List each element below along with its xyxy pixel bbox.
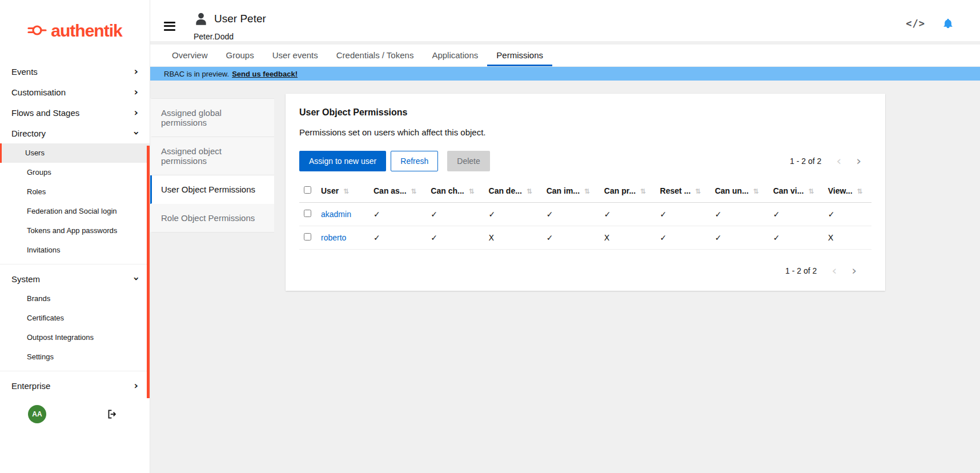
user-link[interactable]: roberto [321, 233, 346, 242]
hamburger-menu-icon[interactable] [164, 19, 175, 33]
assign-to-new-user-button[interactable]: Assign to new user [299, 151, 386, 171]
sidebar-item-outpost-integrations[interactable]: Outpost Integrations [0, 328, 150, 347]
column-header-label[interactable]: User [321, 186, 339, 195]
sidebar-section-customisation[interactable]: Customisation› [0, 82, 150, 102]
sort-icon[interactable]: ⇅ [584, 187, 590, 195]
sidebar-item-groups[interactable]: Groups [0, 163, 150, 182]
column-header-label[interactable]: Can pr... [604, 186, 636, 195]
select-all-checkbox[interactable] [304, 186, 311, 194]
sidebar-section-label: Flows and Stages [11, 108, 79, 118]
logout-icon[interactable] [107, 409, 118, 419]
column-header-view: View...⇅ [824, 179, 871, 203]
sidebar-section-system[interactable]: System› [0, 268, 150, 289]
column-header-label[interactable]: Can vi... [773, 186, 804, 195]
row-select-cell [299, 226, 316, 250]
tab-applications[interactable]: Applications [423, 45, 487, 66]
page-header: User Peter Peter.Dodd </> [150, 0, 980, 41]
permission-cell: ✓ [369, 226, 426, 250]
select-all-cell [299, 179, 316, 203]
row-checkbox[interactable] [304, 210, 311, 217]
permission-cell: ✓ [656, 203, 710, 226]
column-header-label[interactable]: Can as... [373, 186, 407, 195]
check-icon: ✓ [604, 210, 611, 219]
sort-icon[interactable]: ⇅ [753, 187, 759, 195]
column-header-reset: Reset ...⇅ [656, 179, 710, 203]
column-header-label[interactable]: Reset ... [660, 186, 691, 195]
sidebar-item-settings[interactable]: Settings [0, 347, 150, 367]
sort-icon[interactable]: ⇅ [640, 187, 646, 195]
user-link[interactable]: akadmin [321, 210, 351, 219]
sort-icon[interactable]: ⇅ [527, 187, 532, 195]
pagination-prev-button[interactable]: ‹ [832, 264, 837, 277]
user-cell: roberto [316, 226, 369, 250]
sidebar-section-events[interactable]: Events› [0, 61, 150, 82]
permission-cell: ✓ [542, 203, 600, 226]
page-title: User Peter [214, 13, 266, 25]
check-icon: ✓ [431, 210, 437, 219]
permission-cell: ✓ [542, 226, 600, 250]
column-header-label[interactable]: Can de... [489, 186, 522, 195]
sort-icon[interactable]: ⇅ [695, 187, 701, 195]
column-header-label[interactable]: Can im... [547, 186, 580, 195]
sidebar-item-federation-and-social-login[interactable]: Federation and Social login [0, 202, 150, 221]
sidebar-section-enterprise[interactable]: Enterprise› [0, 375, 150, 396]
permission-cell: ✓ [600, 203, 656, 226]
sidebar-section-label: System [11, 274, 40, 284]
notifications-bell-icon[interactable] [942, 17, 954, 30]
subnav-item-assigned-object-permissions[interactable]: Assigned object permissions [150, 137, 274, 175]
permission-cell: ✓ [710, 226, 769, 250]
row-checkbox[interactable] [304, 233, 311, 240]
column-header-label[interactable]: View... [828, 186, 853, 195]
tab-overview[interactable]: Overview [163, 45, 217, 66]
tab-groups[interactable]: Groups [217, 45, 263, 66]
sidebar-item-roles[interactable]: Roles [0, 182, 150, 202]
sort-icon[interactable]: ⇅ [857, 187, 863, 195]
main: User Peter Peter.Dodd </> OverviewGroups… [150, 0, 980, 473]
check-icon: ✓ [373, 210, 380, 219]
pagination-bottom: 1 - 2 of 2 ‹ › [299, 264, 871, 277]
page-subtitle: Peter.Dodd [194, 32, 266, 41]
subnav-item-assigned-global-permissions[interactable]: Assigned global permissions [150, 98, 274, 137]
sort-icon[interactable]: ⇅ [808, 187, 814, 195]
sidebar-item-invitations[interactable]: Invitations [0, 240, 150, 260]
permission-cell: ✓ [769, 226, 824, 250]
sidebar-item-tokens-and-app-passwords[interactable]: Tokens and App passwords [0, 221, 150, 240]
sidebar-item-brands[interactable]: Brands [0, 289, 150, 308]
preview-banner: RBAC is in preview. Send us feedback! [150, 67, 980, 81]
sort-icon[interactable]: ⇅ [343, 187, 349, 195]
subnav-item-role-object-permissions[interactable]: Role Object Permissions [150, 204, 274, 233]
sidebar-scrollbar[interactable] [147, 146, 150, 398]
permission-cell: ✓ [769, 203, 824, 226]
sort-icon[interactable]: ⇅ [469, 187, 475, 195]
user-avatar-icon [194, 11, 208, 26]
sidebar-section-directory[interactable]: Directory› [0, 123, 150, 143]
delete-button[interactable]: Delete [447, 151, 489, 171]
refresh-button[interactable]: Refresh [391, 151, 438, 171]
tab-user-events[interactable]: User events [263, 45, 327, 66]
api-code-icon[interactable]: </> [906, 18, 925, 29]
sidebar-section-label: Directory [11, 129, 46, 138]
sort-icon[interactable]: ⇅ [411, 187, 417, 195]
sidebar-section-label: Enterprise [11, 381, 50, 391]
authentik-logo[interactable]: authentik [0, 0, 150, 61]
sidebar: authentik Events›Customisation›Flows and… [0, 0, 150, 473]
tab-permissions[interactable]: Permissions [487, 45, 552, 66]
pagination-prev-button[interactable]: ‹ [836, 155, 841, 167]
pagination-next-button[interactable]: › [852, 264, 857, 277]
column-header-label[interactable]: Can un... [715, 186, 749, 195]
content: Assigned global permissionsAssigned obje… [150, 81, 980, 473]
subnav-item-user-object-permissions[interactable]: User Object Permissions [150, 175, 274, 204]
x-icon: X [604, 233, 610, 242]
check-icon: ✓ [660, 210, 667, 219]
sidebar-item-users[interactable]: Users [0, 143, 150, 163]
sidebar-section-flows-and-stages[interactable]: Flows and Stages› [0, 102, 150, 123]
chevron-down-icon: › [131, 276, 141, 280]
avatar[interactable]: AA [28, 405, 46, 423]
tab-credentials-tokens[interactable]: Credentials / Tokens [327, 45, 423, 66]
sidebar-item-certificates[interactable]: Certificates [0, 308, 150, 328]
feedback-link[interactable]: Send us feedback! [232, 70, 298, 78]
title-block: User Peter Peter.Dodd [194, 11, 266, 41]
column-header-label[interactable]: Can ch... [431, 186, 464, 195]
subnav: Assigned global permissionsAssigned obje… [150, 98, 274, 233]
pagination-next-button[interactable]: › [856, 155, 861, 167]
